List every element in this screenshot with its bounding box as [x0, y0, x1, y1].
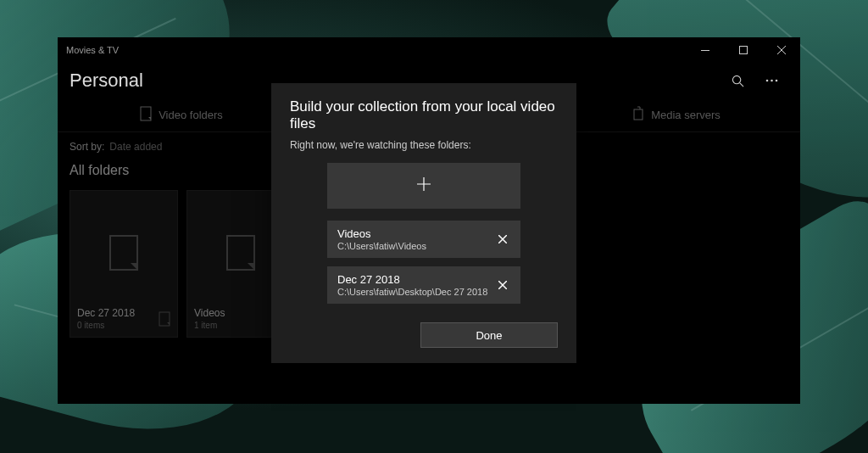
svg-point-3 — [765, 80, 768, 82]
maximize-button[interactable] — [724, 37, 762, 63]
tab-label: Video folders — [159, 109, 223, 121]
svg-point-2 — [732, 76, 740, 83]
svg-rect-9 — [159, 312, 170, 326]
svg-point-4 — [771, 80, 773, 82]
search-button[interactable] — [721, 64, 754, 98]
sort-value: Date added — [109, 141, 162, 153]
folder-card[interactable]: Dec 27 2018 0 items — [70, 190, 178, 338]
watched-folder-name: Videos — [337, 227, 488, 240]
dialog-title: Build your collection from your local vi… — [290, 98, 558, 132]
page-title: Personal — [70, 70, 143, 92]
folder-icon — [140, 106, 152, 124]
watched-folder-item: Dec 27 2018 C:\Users\fatiw\Desktop\Dec 2… — [327, 266, 520, 304]
server-icon — [632, 106, 644, 124]
add-folder-button[interactable] — [327, 163, 520, 209]
svg-rect-7 — [634, 109, 643, 120]
document-icon — [77, 198, 170, 307]
close-button[interactable] — [762, 37, 800, 63]
sort-label: Sort by: — [70, 141, 104, 153]
watched-folder-path: C:\Users\fatiw\Desktop\Dec 27 2018 — [337, 287, 488, 297]
watched-folder-path: C:\Users\fatiw\Videos — [337, 241, 488, 251]
dialog-subtitle: Right now, we're watching these folders: — [290, 139, 558, 151]
tab-media-servers[interactable]: Media servers — [553, 98, 800, 131]
done-label: Done — [476, 329, 502, 342]
minimize-button[interactable] — [686, 37, 724, 63]
document-small-icon — [159, 311, 170, 330]
svg-point-5 — [775, 80, 777, 82]
build-collection-dialog: Build your collection from your local vi… — [271, 83, 576, 363]
svg-rect-1 — [739, 47, 747, 54]
folder-count: 0 items — [77, 321, 135, 330]
watched-folder-item: Videos C:\Users\fatiw\Videos — [327, 221, 520, 258]
plus-icon — [415, 176, 432, 196]
folder-name: Videos — [194, 307, 225, 319]
folder-name: Dec 27 2018 — [77, 307, 135, 319]
remove-folder-button[interactable] — [495, 277, 510, 293]
more-button[interactable] — [754, 64, 788, 98]
tab-video-folders[interactable]: Video folders — [58, 98, 305, 131]
remove-folder-button[interactable] — [495, 232, 510, 247]
done-button[interactable]: Done — [420, 322, 558, 348]
watched-folder-name: Dec 27 2018 — [337, 273, 488, 286]
app-name: Movies & TV — [66, 45, 119, 55]
folder-count: 1 item — [194, 321, 225, 330]
svg-rect-6 — [141, 107, 151, 120]
tab-label: Media servers — [651, 109, 721, 121]
svg-rect-0 — [701, 50, 709, 51]
titlebar: Movies & TV — [58, 37, 800, 63]
